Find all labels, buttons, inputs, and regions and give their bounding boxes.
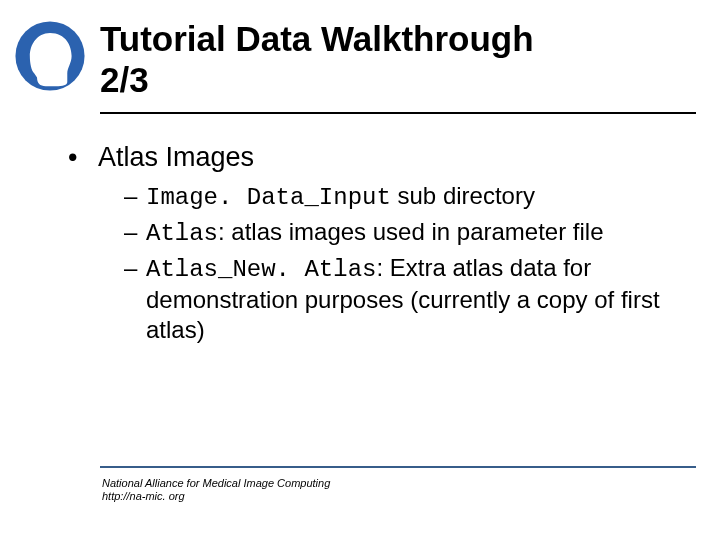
slide-header: Tutorial Data Walkthrough 2/3 [0, 18, 720, 105]
namic-logo-icon [14, 20, 86, 92]
bullet-atlas-images: Atlas Images Image. Data_Input sub direc… [68, 140, 680, 345]
footer-url: http://na-mic. org [102, 490, 185, 502]
sub-bullet-atlas: Atlas: atlas images used in parameter fi… [124, 217, 680, 249]
desc-text: : atlas images used in parameter file [218, 218, 604, 245]
desc-text: sub directory [391, 182, 535, 209]
code-text: Image. Data_Input [146, 184, 391, 211]
footer-separator [100, 466, 696, 468]
code-text: Atlas [146, 220, 218, 247]
bullet-label: Atlas Images [98, 142, 254, 172]
title-separator [100, 112, 696, 114]
slide-footer: National Alliance for Medical Image Comp… [102, 477, 330, 505]
footer-org: National Alliance for Medical Image Comp… [102, 477, 330, 489]
title-line-2: 2/3 [100, 60, 149, 99]
title-block: Tutorial Data Walkthrough 2/3 [100, 18, 534, 105]
slide: Tutorial Data Walkthrough 2/3 Atlas Imag… [0, 0, 720, 540]
title-line-1: Tutorial Data Walkthrough [100, 19, 534, 58]
slide-title: Tutorial Data Walkthrough 2/3 [100, 18, 534, 101]
sub-bullet-atlas-newatlas: Atlas_New. Atlas: Extra atlas data for d… [124, 253, 680, 345]
sub-bullet-imagedata-input: Image. Data_Input sub directory [124, 181, 680, 213]
code-text: Atlas_New. Atlas [146, 256, 376, 283]
slide-content: Atlas Images Image. Data_Input sub direc… [68, 140, 680, 353]
